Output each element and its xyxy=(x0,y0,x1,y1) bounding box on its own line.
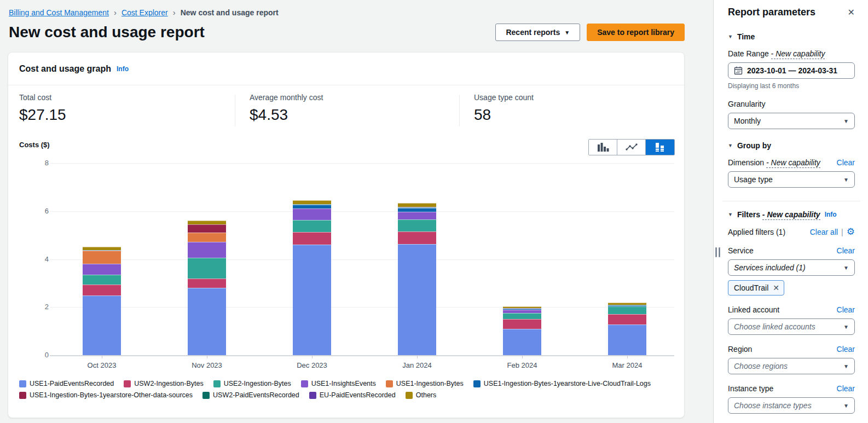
region-select[interactable]: Choose regions▼ xyxy=(728,358,855,374)
clear-all-link[interactable]: Clear all xyxy=(810,228,838,236)
gear-icon[interactable]: ⚙ xyxy=(847,227,855,236)
bar-segment xyxy=(293,245,331,355)
filters-info-link[interactable]: Info xyxy=(825,211,837,218)
chevron-down-icon: ▼ xyxy=(843,118,849,124)
linked-account-clear-link[interactable]: Clear xyxy=(837,305,855,314)
legend-item: USE2-Ingestion-Bytes xyxy=(213,380,291,387)
gridline xyxy=(50,307,674,308)
linked-account-select[interactable]: Choose linked accounts▼ xyxy=(728,318,855,335)
legend-item: EU-PaidEventsRecorded xyxy=(309,391,396,399)
header-actions: Recent reports ▼ Save to report library xyxy=(495,24,685,41)
bar-segment xyxy=(398,203,436,207)
instance-type-label: Instance type xyxy=(728,384,773,393)
dimension-select[interactable]: Usage type ▼ xyxy=(728,171,855,188)
bar-segment xyxy=(293,205,331,209)
filter-group-instance-type: Instance typeClearChoose instance types▼ xyxy=(728,384,855,414)
y-tick-label: 0 xyxy=(14,351,49,359)
instance-type-select[interactable]: Choose instance types▼ xyxy=(728,397,855,414)
bar-segment xyxy=(608,314,646,325)
stat-divider xyxy=(235,95,235,126)
bar-segment xyxy=(83,264,121,275)
x-tick-mark xyxy=(627,356,628,358)
instance-type-value: Choose instance types xyxy=(734,401,812,410)
stacked-bar-jan-2024 xyxy=(398,203,436,355)
stat-average-monthly-cost: Average monthly cost $4.53 xyxy=(250,93,323,124)
bar-segment xyxy=(398,219,436,231)
legend-swatch xyxy=(202,392,210,399)
bar-segment xyxy=(188,224,226,233)
stacked-bar-oct-2023 xyxy=(83,247,121,355)
instance-type-clear-link[interactable]: Clear xyxy=(837,384,855,393)
gridline xyxy=(50,163,674,164)
stat-value: $4.53 xyxy=(250,106,323,124)
bar-segment xyxy=(83,285,121,295)
filter-groups: ServiceClearServices included (1)▼CloudT… xyxy=(728,246,855,423)
granularity-select[interactable]: Monthly ▼ xyxy=(728,113,855,129)
legend-swatch xyxy=(19,392,26,399)
legend-item: USE1-PaidEventsRecorded xyxy=(19,380,114,387)
y-tick-label: 2 xyxy=(14,303,49,311)
stacked-bar-mar-2024 xyxy=(608,303,646,355)
date-range-input[interactable]: 2023-10-01 — 2024-03-31 xyxy=(728,62,855,79)
bar-segment xyxy=(293,208,331,220)
stat-label: Usage type count xyxy=(474,93,534,102)
new-capability-badge: - New capability xyxy=(771,49,825,59)
x-axis-label: Mar 2024 xyxy=(589,361,666,369)
bar-segment xyxy=(398,231,436,244)
x-axis-label: Oct 2023 xyxy=(63,361,140,369)
region-clear-link[interactable]: Clear xyxy=(837,345,855,354)
service-label: Service xyxy=(728,246,754,255)
group-by-section-header[interactable]: ▼ Group by xyxy=(728,141,855,150)
legend-item: USE1-InsightsEvents xyxy=(301,380,376,387)
chevron-down-icon: ▼ xyxy=(843,265,849,271)
chevron-down-icon: ▼ xyxy=(843,324,849,330)
legend-label: USE1-PaidEventsRecorded xyxy=(30,380,114,387)
x-tick-mark xyxy=(207,356,207,358)
filter-group-linked-account: Linked accountClearChoose linked account… xyxy=(728,305,855,335)
breadcrumb-separator-icon: › xyxy=(173,8,176,17)
save-to-report-library-button[interactable]: Save to report library xyxy=(587,24,685,41)
chevron-down-icon: ▼ xyxy=(728,143,733,148)
new-capability-badge: - New capability xyxy=(762,210,820,220)
x-tick-mark xyxy=(312,356,313,358)
granularity-label: Granularity xyxy=(728,100,855,108)
region-label: Region xyxy=(728,345,752,354)
legend-label: USW2-PaidEventsRecorded xyxy=(213,391,299,399)
legend-swatch xyxy=(386,380,393,387)
stat-label: Average monthly cost xyxy=(250,93,323,102)
legend-item: USW2-PaidEventsRecorded xyxy=(202,391,299,399)
bar-segment xyxy=(293,232,331,245)
card-title: Cost and usage graph xyxy=(19,64,111,74)
close-icon[interactable]: ✕ xyxy=(848,8,855,17)
chart-canvas: 86420Oct 2023Nov 2023Dec 2023Jan 2024Feb… xyxy=(8,135,685,415)
dimension-clear-link[interactable]: Clear xyxy=(837,158,855,167)
bar-segment xyxy=(608,306,646,314)
chevron-down-icon: ▼ xyxy=(728,212,733,217)
legend-swatch xyxy=(19,380,26,387)
panel-resize-handle[interactable] xyxy=(715,247,720,257)
legend-label: Others xyxy=(416,391,437,399)
dimension-value: Usage type xyxy=(734,175,773,184)
info-link[interactable]: Info xyxy=(117,65,129,73)
breadcrumb-link-cost-explorer[interactable]: Cost Explorer xyxy=(121,8,168,17)
legend-label: USE1-Ingestion-Bytes-1yearstore-Other-da… xyxy=(30,391,193,399)
bar-segment xyxy=(398,244,436,355)
card-header: Cost and usage graph Info xyxy=(8,53,684,85)
time-section-label: Time xyxy=(737,32,755,41)
service-clear-link[interactable]: Clear xyxy=(837,246,855,255)
service-select[interactable]: Services included (1)▼ xyxy=(728,259,855,276)
breadcrumb-link-billing[interactable]: Billing and Cost Management xyxy=(9,8,109,17)
recent-reports-button[interactable]: Recent reports ▼ xyxy=(495,24,580,41)
token-remove-icon[interactable]: ✕ xyxy=(773,283,779,292)
time-section-header[interactable]: ▼ Time xyxy=(728,32,855,41)
legend-swatch xyxy=(473,380,481,387)
chevron-down-icon: ▼ xyxy=(564,30,570,36)
linked-account-value: Choose linked accounts xyxy=(734,322,815,331)
filter-token-cloudtrail: CloudTrail✕ xyxy=(728,280,784,295)
filters-section-header[interactable]: ▼ Filters - New capability Info xyxy=(728,210,855,219)
stat-divider xyxy=(459,95,460,126)
bar-segment xyxy=(398,208,436,212)
legend-row: USE1-Ingestion-Bytes-1yearstore-Other-da… xyxy=(19,391,661,399)
legend-item: USE1-Ingestion-Bytes-1yearstore-Live-Clo… xyxy=(473,380,651,387)
bar-segment xyxy=(188,288,226,355)
